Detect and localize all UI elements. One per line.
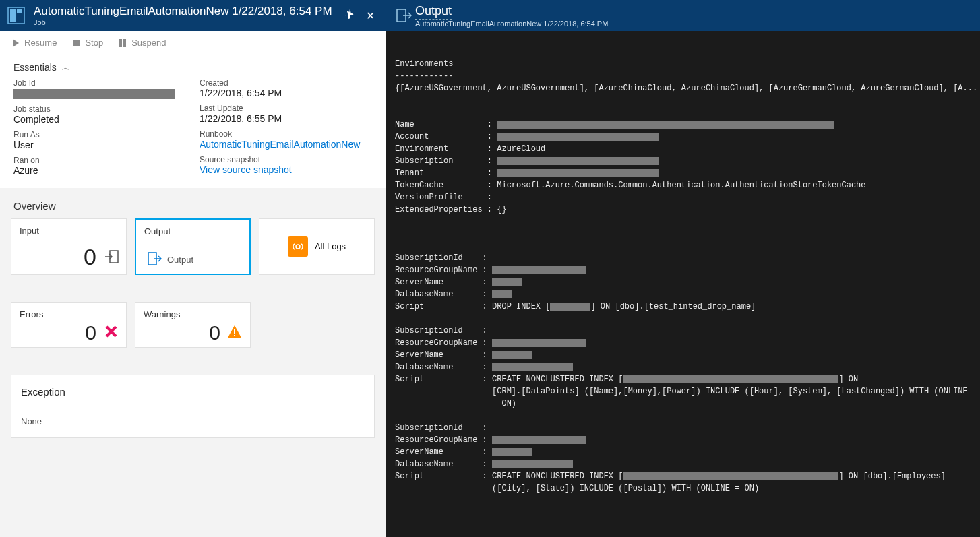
svg-rect-1 xyxy=(10,9,16,22)
errors-value: 0 xyxy=(85,321,96,344)
svg-point-8 xyxy=(296,245,300,249)
runbook-label: Runbook xyxy=(200,129,372,139)
svg-rect-5 xyxy=(123,39,126,47)
svg-rect-2 xyxy=(17,9,22,13)
jobid-label: Job Id xyxy=(13,78,186,88)
svg-rect-4 xyxy=(119,39,122,47)
jobid-value xyxy=(13,88,186,99)
input-tile-value: 0 xyxy=(84,244,96,270)
blade-title: AutomaticTuningEmailAutomationNew 1/22/2… xyxy=(34,5,340,18)
warnings-tile[interactable]: Warnings 0 xyxy=(135,302,251,348)
pin-button[interactable] xyxy=(340,9,360,22)
ranon-label: Ran on xyxy=(13,156,186,165)
errors-tile[interactable]: Errors 0 xyxy=(11,302,127,348)
svg-rect-10 xyxy=(234,335,235,336)
exception-value: None xyxy=(21,416,365,427)
warnings-value: 0 xyxy=(209,321,220,344)
warnings-title: Warnings xyxy=(144,309,242,319)
blade-header: AutomaticTuningEmailAutomationNew 1/22/2… xyxy=(0,0,386,31)
input-tile[interactable]: Input 0 xyxy=(11,218,127,275)
pause-icon xyxy=(118,38,127,48)
play-icon xyxy=(11,38,20,48)
suspend-button[interactable]: Suspend xyxy=(118,38,166,48)
toolbar: Resume Stop Suspend xyxy=(0,31,386,55)
snapshot-link[interactable]: View source snapshot xyxy=(200,164,372,175)
resume-button[interactable]: Resume xyxy=(11,38,57,48)
warning-icon xyxy=(227,325,242,340)
svg-rect-3 xyxy=(73,40,80,46)
output-tile-sub: Output xyxy=(167,255,193,265)
essentials-toggle[interactable]: Essentials ︿ xyxy=(0,55,386,78)
created-label: Created xyxy=(200,78,372,88)
logs-icon xyxy=(288,236,308,257)
essentials-panel: Job Id Job status Completed Run As User … xyxy=(0,78,386,188)
output-icon xyxy=(147,251,162,268)
output-blade-subtitle: AutomaticTuningEmailAutomationNew 1/22/2… xyxy=(415,20,608,28)
errors-title: Errors xyxy=(20,309,118,319)
output-blade-header: Output AutomaticTuningEmailAutomationNew… xyxy=(386,0,980,31)
chevron-up-icon: ︿ xyxy=(62,63,69,73)
runbook-link[interactable]: AutomaticTuningEmailAutomationNew xyxy=(200,139,372,150)
runas-label: Run As xyxy=(13,130,186,139)
blade-subtitle: Job xyxy=(34,18,340,26)
runbook-icon xyxy=(5,5,27,26)
output-console[interactable]: Environments ------------ {[AzureUSGover… xyxy=(386,31,980,537)
ranon-value: Azure xyxy=(13,165,186,176)
lastupdate-label: Last Update xyxy=(200,104,372,113)
snapshot-label: Source snapshot xyxy=(200,155,372,164)
stop-icon xyxy=(71,38,81,48)
output-blade-title: Output xyxy=(415,4,452,20)
output-tile-title: Output xyxy=(144,226,241,236)
lastupdate-value: 1/22/2018, 6:55 PM xyxy=(200,113,372,124)
created-value: 1/22/2018, 6:54 PM xyxy=(200,88,372,98)
close-button[interactable]: ✕ xyxy=(360,9,380,22)
overview-heading: Overview xyxy=(7,197,379,218)
stop-button[interactable]: Stop xyxy=(71,38,103,48)
svg-rect-9 xyxy=(234,329,235,334)
input-icon xyxy=(104,249,119,266)
alllogs-tile[interactable]: All Logs xyxy=(259,218,375,275)
status-value: Completed xyxy=(13,114,186,125)
input-tile-title: Input xyxy=(20,226,118,236)
status-label: Job status xyxy=(13,104,186,114)
output-tile[interactable]: Output Output xyxy=(135,218,251,275)
runas-value: User xyxy=(13,139,186,150)
output-header-icon xyxy=(392,7,415,24)
error-icon xyxy=(104,325,118,340)
exception-title: Exception xyxy=(21,386,365,398)
exception-tile[interactable]: Exception None xyxy=(11,375,375,438)
alllogs-label: All Logs xyxy=(315,241,346,251)
